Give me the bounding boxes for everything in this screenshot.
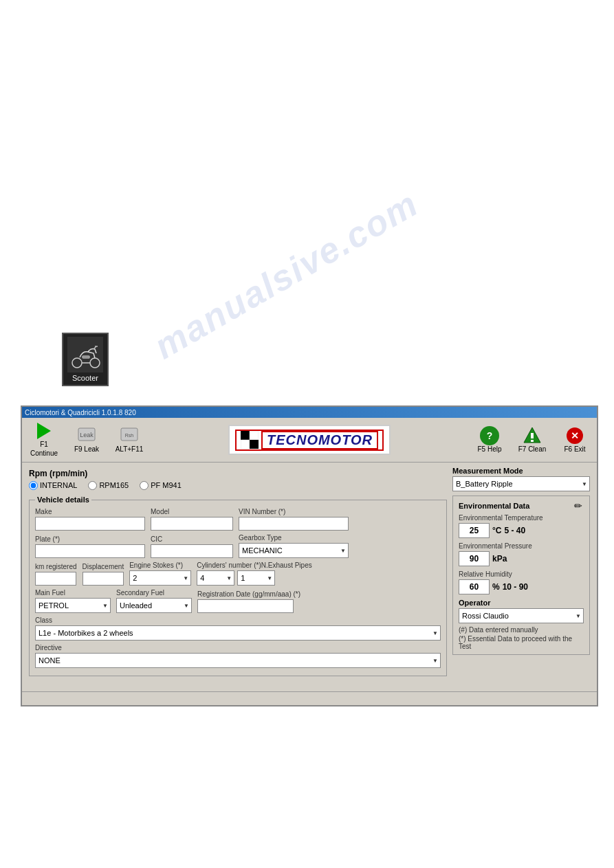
vehicle-row-6: Directive NONE 97/24/EC 2002/51/EC [35, 644, 441, 668]
directive-label: Directive [35, 644, 441, 652]
help-circle-icon: ? [480, 426, 499, 445]
svg-text:Rsh: Rsh [125, 433, 134, 438]
vehicle-details-section: Vehicle details Make Model [29, 496, 447, 676]
logo-text: TECNOMOTOR [235, 430, 384, 451]
leak-svg-icon: Leak [77, 427, 96, 445]
rpm-pfm941-option[interactable]: PF M941 [140, 481, 182, 490]
operator-label: Operator [459, 599, 584, 607]
f6-exit-icon: ✕ [564, 427, 585, 444]
gearbox-select[interactable]: MECHANIC AUTOMATIC [239, 543, 349, 558]
right-col: Environmental Data ✏ Environmental Tempe… [452, 496, 590, 680]
f7-clean-button[interactable]: F7 Clean [512, 421, 553, 459]
make-label: Make [35, 508, 145, 515]
engine-stokes-field: Engine Stokes (*) 2 4 [129, 561, 191, 586]
km-input[interactable] [35, 572, 76, 586]
exhaust-select[interactable]: 1 2 [237, 570, 275, 586]
env-temp-row: Environmental Temperature °C 5 - 40 [459, 514, 584, 538]
plate-input[interactable] [35, 544, 145, 558]
rpm-left: Rpm (rpm/min) INTERNAL RPM165 PF M941 [29, 469, 182, 490]
exhaust-select-wrapper: 1 2 [237, 570, 275, 586]
secondary-fuel-label: Secondary Fuel [116, 589, 192, 597]
class-select[interactable]: L1e - Motorbikes a 2 wheels L2e L3e [35, 625, 441, 641]
class-field: Class L1e - Motorbikes a 2 wheels L2e L3… [35, 616, 441, 641]
main-fuel-select[interactable]: PETROL DIESEL LPG [35, 598, 111, 613]
operator-select[interactable]: Rossi Claudio Other [459, 608, 584, 623]
rpm-radios: INTERNAL RPM165 PF M941 [29, 481, 182, 490]
f1-continue-button[interactable]: F1 Continue [23, 421, 65, 459]
bottom-spacer [29, 680, 590, 687]
measurement-mode-select[interactable]: B_Battery Ripple A_External RPM C_Intern… [452, 476, 590, 491]
operator-select-wrapper: Rossi Claudio Other [459, 608, 584, 623]
f6-exit-button[interactable]: ✕ F6 Exit [554, 421, 595, 459]
cylinders-select[interactable]: 1 2 4 [197, 570, 234, 586]
scooter-icon-button[interactable]: Scooter [62, 333, 109, 386]
model-input[interactable] [151, 517, 233, 531]
scooter-label: Scooter [72, 374, 98, 382]
rpm-165-option[interactable]: RPM165 [88, 481, 129, 490]
secondary-fuel-field: Secondary Fuel Unleaded Super [116, 589, 192, 613]
engine-stokes-select[interactable]: 2 4 [129, 570, 191, 586]
app-title: Ciclomotori & Quadricicli 1.0.1.8 820 [25, 409, 136, 416]
alt-f11-icon: Rsh [119, 427, 140, 444]
cic-label: CIC [151, 535, 233, 543]
svg-rect-10 [250, 440, 259, 449]
env-humidity-row: Relative Humidity % 10 - 90 [459, 570, 584, 594]
svg-text:Leak: Leak [80, 432, 94, 438]
checkered-flag-icon [241, 431, 259, 449]
main-fuel-label: Main Fuel [35, 589, 111, 597]
alt-f11-button[interactable]: Rsh ALT+F11 [109, 421, 150, 459]
f5-help-button[interactable]: ? F5 Help [469, 421, 510, 459]
reg-date-input[interactable] [197, 599, 294, 613]
env-humidity-input[interactable] [459, 579, 490, 594]
env-temp-input[interactable] [459, 523, 490, 538]
main-fuel-select-wrapper: PETROL DIESEL LPG [35, 598, 111, 613]
env-humidity-unit: % [492, 582, 500, 592]
env-temp-label: Environmental Temperature [459, 514, 584, 522]
cylinders-label: Cylinders' number (*)N.Exhaust Pipes [197, 561, 312, 569]
f7-clean-icon [522, 427, 542, 444]
gearbox-select-wrapper: MECHANIC AUTOMATIC [239, 543, 349, 558]
reg-date-field: Registration Date (gg/mm/aaa) (*) [197, 590, 300, 613]
rpm-internal-radio[interactable] [29, 481, 38, 490]
cylinders-select-wrapper: 1 2 4 [197, 570, 234, 586]
logo-brand-text: TECNOMOTOR [261, 431, 378, 449]
directive-select[interactable]: NONE 97/24/EC 2002/51/EC [35, 653, 441, 668]
svg-rect-8 [250, 431, 259, 440]
env-edit-button[interactable]: ✏ [573, 500, 584, 511]
engine-stokes-label: Engine Stokes (*) [129, 561, 191, 569]
secondary-fuel-select[interactable]: Unleaded Super [116, 598, 192, 613]
alt-f11-svg-icon: Rsh [120, 427, 139, 445]
environmental-section: Environmental Data ✏ Environmental Tempe… [452, 496, 590, 655]
displacement-input[interactable] [83, 572, 124, 586]
env-pressure-input[interactable] [459, 551, 490, 566]
km-field: km registered [35, 563, 77, 586]
rpm-165-radio[interactable] [88, 481, 97, 490]
svg-rect-13 [531, 440, 534, 442]
rpm-internal-option[interactable]: INTERNAL [29, 481, 77, 490]
measurement-mode-label: Measurement Mode [452, 467, 590, 475]
f9-leak-button[interactable]: Leak F9 Leak [66, 421, 107, 459]
env-pressure-row: Environmental Pressure kPa [459, 542, 584, 566]
logo-spacer: TECNOMOTOR [151, 421, 468, 459]
scooter-image [67, 337, 103, 372]
f1-label: F1 [40, 441, 48, 448]
class-label: Class [35, 616, 441, 624]
exit-circle-icon: ✕ [567, 427, 583, 444]
make-field: Make [35, 508, 145, 531]
make-input[interactable] [35, 517, 145, 531]
cylinders-field: Cylinders' number (*)N.Exhaust Pipes 1 2… [197, 561, 312, 586]
displacement-label: Displacement [83, 563, 124, 570]
clean-svg-icon [523, 426, 542, 445]
app-window: Ciclomotori & Quadricicli 1.0.1.8 820 F1… [21, 405, 598, 706]
vin-input[interactable] [239, 517, 349, 531]
f6-label: F6 Exit [564, 445, 585, 453]
gearbox-label: Gearbox Type [239, 534, 349, 542]
cic-input[interactable] [151, 544, 233, 558]
cic-field: CIC [151, 535, 233, 558]
f5-label: F5 Help [477, 445, 501, 453]
env-title: Environmental Data ✏ [459, 500, 584, 511]
rpm-pfm941-radio[interactable] [140, 481, 149, 490]
left-col: Vehicle details Make Model [29, 496, 447, 680]
vehicle-row-1: Make Model VIN Number (*) [35, 508, 441, 531]
env-temp-unit: °C [492, 526, 501, 535]
